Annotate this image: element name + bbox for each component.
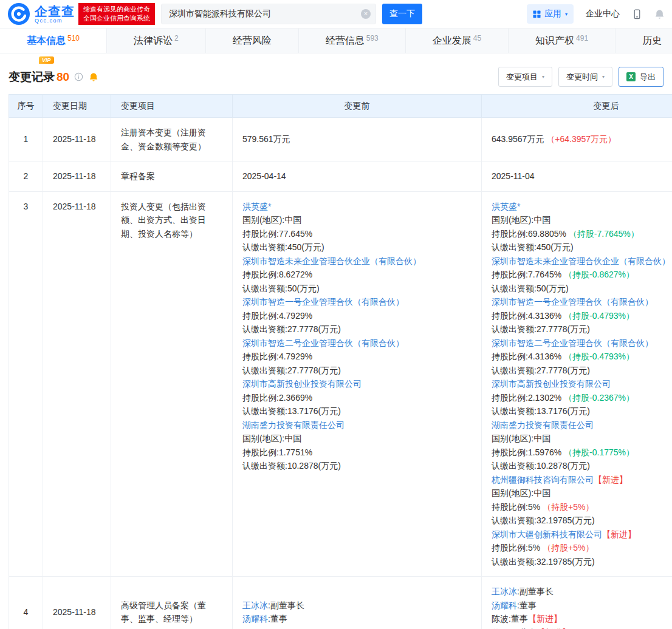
cell-line: 深圳市智造二号企业管理合伙（有限合伙）: [242, 336, 471, 350]
cell-line: 认缴出资额:27.7778(万元): [242, 364, 471, 378]
entity-link[interactable]: 深圳市高新投创业投资有限公司: [242, 379, 362, 389]
entity-link[interactable]: 深圳市智造一号企业管理合伙（有限合伙）: [492, 297, 653, 307]
entity-link[interactable]: 深圳市大疆创新科技有限公司: [492, 529, 602, 539]
tab-经营信息[interactable]: 经营信息593: [299, 29, 406, 53]
entity-link[interactable]: 深圳市智造一号企业管理合伙（有限合伙）: [242, 297, 404, 307]
qcc-logo[interactable]: 企查查 Qcc.com: [7, 2, 75, 25]
before-cell: 洪英盛*国别(地区):中国持股比例:77.645%认缴出资额:450(万元)深圳…: [233, 191, 482, 577]
header-right-group: 应用 ▾ 企业中心: [527, 4, 665, 24]
filter-change-time-label: 变更时间: [566, 72, 598, 83]
filter-change-item-button[interactable]: 变更项目 ▾: [498, 67, 552, 87]
table-header-row: 序号变更日期变更项目变更前变更后: [9, 95, 672, 118]
tab-历史[interactable]: 历史: [615, 29, 672, 53]
entity-link[interactable]: 湖南盛力投资有限责任公司: [242, 420, 345, 430]
entity-link[interactable]: 汤耀科: [242, 614, 268, 624]
text-segment: 认缴出资额:27.7778(万元): [242, 365, 341, 375]
entity-link[interactable]: 深圳市智造二号企业管理合伙（有限合伙）: [492, 338, 653, 348]
change-records-table: 序号变更日期变更项目变更前变更后 12025-11-18注册资本变更（注册资金、…: [9, 94, 672, 629]
text-segment: 认缴出资额:450(万元): [242, 242, 324, 252]
info-icon[interactable]: [74, 72, 83, 81]
tab-label: 知识产权: [535, 35, 574, 47]
cell-line: 认缴出资额:450(万元): [242, 240, 471, 254]
text-segment: 持股比例:4.7929%: [242, 311, 312, 321]
tab-label: 历史: [642, 35, 662, 47]
promo-banner-line1: 缔造有远见的商业传奇: [83, 5, 150, 14]
after-cell: 王冰冰:副董事长汤耀科:董事陈波:董事【新进】魏伊曼:董事【新进】: [482, 577, 672, 629]
tab-基本信息[interactable]: 基本信息510: [0, 29, 107, 53]
enterprise-center-link[interactable]: 企业中心: [586, 8, 620, 19]
change-item: 高级管理人员备案（董事、监事、经理等）: [111, 577, 233, 629]
entity-link[interactable]: 深圳市高新投创业投资有限公司: [492, 379, 611, 389]
vip-badge: VIP: [39, 56, 54, 64]
tab-count: 491: [576, 34, 588, 42]
row-number: 2: [9, 162, 43, 192]
text-segment: :董事: [509, 614, 528, 624]
entity-link[interactable]: 王冰冰: [492, 586, 517, 596]
search-input[interactable]: [161, 4, 376, 24]
cell-line: 认缴出资额:10.2878(万元): [492, 459, 672, 473]
text-segment: 【新进】: [602, 529, 636, 539]
text-segment: 持股比例:5%: [492, 502, 543, 512]
cell-line: 持股比例:4.3136% （持股-0.4793%）: [492, 350, 672, 364]
entity-link[interactable]: 汤耀科: [492, 600, 517, 610]
text-segment: :董事: [268, 614, 287, 624]
section-header: VIP 变更记录 80 变更项目 ▾ 变更时间 ▾ X 导出: [0, 53, 672, 94]
entity-link[interactable]: 洪英盛*: [492, 202, 520, 211]
filter-change-time-button[interactable]: 变更时间 ▾: [558, 67, 612, 87]
cell-line: 持股比例:8.6272%: [242, 268, 471, 282]
cell-line: 汤耀科:董事: [242, 612, 471, 626]
cell-line: 深圳市高新投创业投资有限公司: [242, 377, 471, 391]
text-segment: :副董事长: [517, 586, 554, 596]
cell-line: 王冰冰:副董事长: [242, 599, 471, 613]
cell-line: 持股比例:4.7929%: [242, 309, 471, 323]
mobile-phone-icon[interactable]: [632, 9, 642, 19]
cell-line: 洪英盛*: [492, 200, 672, 214]
text-segment: 国别(地区):中国: [242, 433, 301, 443]
text-segment: （持股-0.2367%）: [564, 393, 634, 403]
entity-link[interactable]: 深圳市智造未来企业管理合伙企业（有限合伙）: [242, 256, 421, 266]
monitor-bell-icon[interactable]: [89, 72, 98, 82]
search-button[interactable]: 查一下: [382, 4, 422, 24]
tab-知识产权[interactable]: 知识产权491: [509, 29, 615, 53]
text-segment: 认缴出资额:50(万元): [242, 284, 320, 293]
change-item: 投资人变更（包括出资额、出资方式、出资日期、投资人名称等）: [111, 191, 233, 577]
notification-bell-icon[interactable]: [654, 9, 665, 19]
cell-line: 国别(地区):中国: [242, 213, 471, 227]
grid-icon: [533, 10, 541, 18]
tab-经营风险[interactable]: 经营风险: [206, 29, 299, 53]
entity-link[interactable]: 杭州疆御科技咨询有限公司: [492, 475, 594, 484]
column-header: 变更日期: [43, 95, 111, 118]
logo-text-block: 企查查 Qcc.com: [35, 5, 75, 24]
record-count: 80: [57, 70, 69, 84]
cell-line: 持股比例:2.1302% （持股-0.2367%）: [492, 391, 672, 405]
text-segment: 持股比例:4.3136%: [492, 311, 564, 321]
text-segment: 陈波: [492, 614, 509, 624]
tab-法律诉讼[interactable]: 法律诉讼2: [107, 29, 206, 53]
entity-link[interactable]: 湖南盛力投资有限责任公司: [492, 420, 594, 430]
apps-dropdown[interactable]: 应用 ▾: [527, 4, 574, 24]
entity-link[interactable]: 深圳市智造未来企业管理合伙企业（有限合伙）: [492, 256, 670, 266]
text-segment: 认缴出资额:50(万元): [492, 284, 569, 293]
export-button[interactable]: X 导出: [619, 67, 663, 87]
text-segment: （持股+5%）: [543, 543, 594, 552]
tab-label: 经营风险: [233, 35, 272, 47]
text-segment: （持股-0.1775%）: [564, 447, 634, 457]
row-number: 1: [9, 118, 43, 162]
text-segment: （持股-0.8627%）: [564, 270, 634, 279]
cell-line: 洪英盛*: [242, 200, 471, 214]
entity-link[interactable]: 王冰冰: [242, 600, 268, 610]
entity-link[interactable]: 深圳市智造二号企业管理合伙（有限合伙）: [242, 338, 404, 348]
text-segment: 认缴出资额:27.7778(万元): [492, 365, 590, 375]
qcc-logo-icon: [7, 2, 30, 25]
chevron-down-icon: ▾: [565, 12, 567, 17]
after-cell: 洪英盛*国别(地区):中国持股比例:69.8805% （持股-7.7645%）认…: [482, 191, 672, 577]
text-segment: （持股-0.4793%）: [564, 311, 634, 321]
entity-link[interactable]: 洪英盛*: [242, 202, 271, 211]
cell-line: 持股比例:4.7929%: [242, 350, 471, 364]
clear-search-icon[interactable]: ×: [361, 9, 371, 19]
text-segment: 认缴出资额:10.2878(万元): [242, 461, 341, 471]
cell-line: 认缴出资额:13.7176(万元): [242, 404, 471, 418]
text-segment: 2025-04-14: [242, 171, 286, 181]
after-cell: 643.9567万元 （+64.3957万元）: [482, 118, 672, 162]
tab-企业发展[interactable]: 企业发展45: [406, 29, 509, 53]
